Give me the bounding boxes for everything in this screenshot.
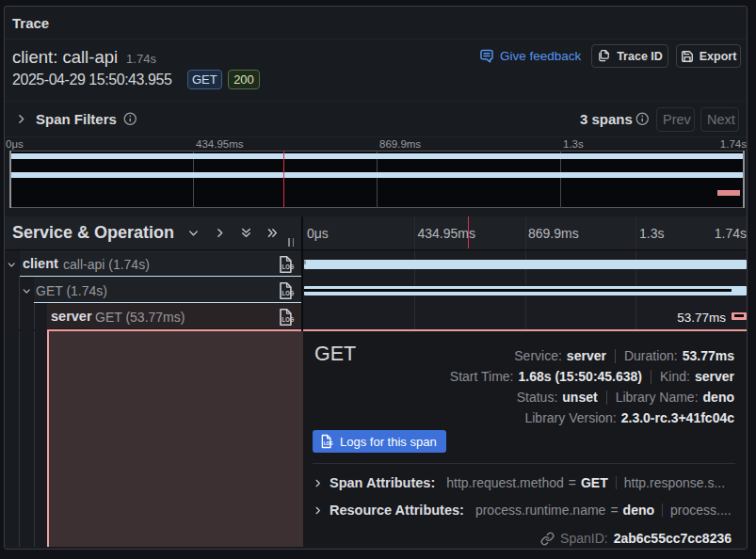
trace-name: client: call-api: [12, 47, 118, 67]
attribute-equals: =: [569, 475, 576, 490]
indent-guide: [19, 303, 20, 329]
span-id-value: 2ab6c55cc7cc8236: [614, 531, 732, 546]
overview-divider: [615, 349, 616, 363]
minimap-scrubber-left[interactable]: [9, 151, 11, 208]
overview-label: Status:: [517, 390, 558, 405]
status-badge: 200: [228, 70, 260, 89]
export-label: Export: [700, 50, 737, 63]
span-detail-accent[interactable]: [49, 331, 303, 548]
span-duration-label: 53.77ms: [677, 311, 726, 325]
overview-line: Status: unset Library Name: deno: [517, 389, 734, 406]
trace-id-button[interactable]: Trace ID: [591, 44, 668, 68]
overview-value: server: [695, 369, 734, 384]
svg-text:LOG: LOG: [324, 440, 333, 446]
trace-timestamp: 2025-04-29 15:50:43.955: [12, 72, 171, 88]
span-count: 3 spans: [580, 111, 633, 127]
minimap-span-client: [10, 153, 743, 160]
logs-for-span-label: Logs for this span: [340, 435, 437, 449]
expand-all-icon[interactable]: [266, 227, 279, 239]
span-filters-label[interactable]: Span Filters: [36, 111, 117, 127]
span-logs-icon[interactable]: LOG: [278, 308, 296, 327]
svg-text:LOG: LOG: [282, 264, 295, 270]
span-logs-icon[interactable]: LOG: [278, 255, 296, 274]
span-operation-name[interactable]: GET (53.77ms): [95, 310, 185, 325]
timeline-tick: 1.3s: [639, 226, 664, 241]
span-attributes-label: Span Attributes:: [330, 475, 435, 490]
attribute-key: http.response.s...: [624, 475, 725, 490]
link-icon[interactable]: [540, 532, 555, 546]
collapse-all-icon[interactable]: [240, 227, 252, 239]
minimap-tick: 1.74s: [720, 138, 747, 150]
attribute-value: GET: [581, 475, 608, 490]
trace-duration: 1.74s: [126, 52, 156, 66]
overview-line: Service: server Duration: 53.77ms: [514, 347, 734, 364]
span-filters-chevron-icon[interactable]: [15, 113, 27, 125]
span-filters-info-icon[interactable]: [123, 112, 137, 126]
prev-button[interactable]: Prev: [656, 107, 695, 132]
comment-icon: [479, 48, 494, 64]
attribute-key: process....: [670, 503, 732, 518]
row-collapse-chevron-icon[interactable]: [7, 260, 17, 270]
span-bar-label-notch: [304, 261, 306, 264]
overview-label: Library Version:: [524, 410, 616, 425]
span-operation-name[interactable]: GET (1.74s): [36, 283, 107, 298]
span-logs-icon[interactable]: LOG: [278, 281, 296, 300]
critical-path-segment: [304, 289, 732, 292]
overview-label: Library Name:: [616, 390, 699, 405]
grip-bar: [293, 238, 295, 247]
overview-value: 53.77ms: [683, 348, 734, 363]
overview-line: Start Time: 1.68s (15:50:45.638) Kind: s…: [450, 368, 734, 385]
detail-divider: [313, 463, 735, 464]
attribute-key: http.request.method: [446, 475, 564, 490]
minimap-scrubber-right[interactable]: [743, 151, 745, 208]
column-resize-grip[interactable]: [288, 238, 295, 247]
minimap-gridline: [560, 151, 561, 208]
timeline-gridline: [414, 216, 415, 329]
minimap-gridline: [377, 151, 378, 208]
trace-header: client: call-api1.74s: [12, 47, 156, 68]
column-divider[interactable]: [301, 216, 303, 331]
span-service-name[interactable]: client: [23, 256, 58, 271]
timeline-gridline: [525, 216, 526, 329]
give-feedback-label: Give feedback: [500, 49, 581, 63]
span-id-label: SpanID:: [560, 531, 608, 546]
svg-text:LOG: LOG: [282, 290, 295, 296]
copy-icon: [597, 49, 611, 63]
minimap-gridline: [193, 151, 194, 208]
overview-value: deno: [703, 390, 734, 405]
span-count-info-icon[interactable]: [635, 112, 650, 126]
timeline-tick: 0μs: [307, 226, 329, 241]
span-service-name[interactable]: server: [51, 309, 92, 324]
give-feedback-link[interactable]: Give feedback: [479, 48, 581, 64]
logs-for-span-button[interactable]: LOG Logs for this span: [313, 430, 446, 453]
attribute-equals: =: [610, 503, 618, 518]
minimap-tick: 869.9ms: [379, 138, 421, 150]
attribute-divider: [662, 503, 663, 517]
minimap-tick: 0μs: [6, 138, 24, 150]
panel-title: Trace: [12, 15, 49, 31]
overview-value: 1.68s (15:50:45.638): [518, 369, 642, 384]
minimap-tick: 434.95ms: [196, 138, 244, 150]
row-collapse-chevron-icon[interactable]: [22, 286, 32, 296]
resource-attributes-row[interactable]: Resource Attributes: process.runtime.nam…: [313, 501, 735, 519]
export-button[interactable]: Export: [676, 44, 741, 68]
collapse-one-icon[interactable]: [187, 227, 200, 239]
overview-line: Library Version: 2.3.0-rc.3+41fc04c: [524, 409, 734, 426]
expand-one-icon[interactable]: [214, 227, 226, 239]
span-bar-client[interactable]: [304, 260, 747, 269]
minimap-tick-labels: 0μs 434.95ms 869.9ms 1.3s 1.74s: [0, 138, 756, 150]
save-icon: [681, 50, 694, 63]
overview-divider: [651, 370, 651, 384]
chevron-right-icon: [313, 505, 323, 516]
indent-guide: [34, 303, 35, 329]
span-row-client-name[interactable]: [20, 250, 301, 276]
span-operation-name[interactable]: call-api (1.74s): [63, 257, 150, 272]
span-id-row: SpanID: 2ab6c55cc7cc8236: [540, 530, 732, 547]
next-button[interactable]: Next: [700, 107, 739, 132]
span-attributes-row[interactable]: Span Attributes: http.request.method = G…: [313, 473, 735, 492]
overview-value: unset: [562, 390, 597, 405]
overview-label: Kind:: [660, 369, 690, 384]
indent-guide: [19, 331, 20, 548]
attribute-key: process.runtime.name: [475, 503, 606, 518]
trace-view: Trace client: call-api1.74s 2025-04-29 1…: [0, 0, 756, 559]
